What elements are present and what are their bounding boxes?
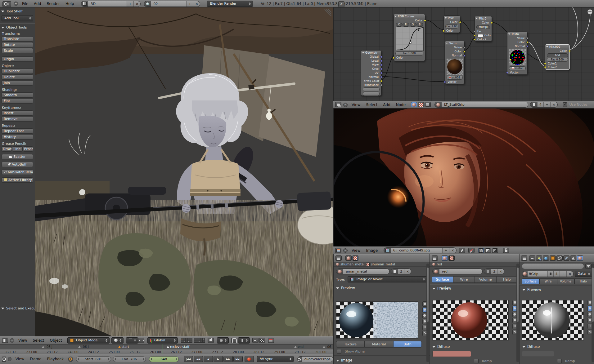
repeat-last-button[interactable]: Repeat Last (2, 128, 33, 134)
delete-button[interactable]: Delete (2, 74, 33, 80)
texture-type-dropdown[interactable]: Image or Movie (348, 276, 427, 282)
frame-menu[interactable]: Frame (27, 357, 44, 361)
socket-color[interactable] (526, 41, 529, 43)
orientation-dropdown[interactable]: Global (147, 337, 178, 344)
scene-selector[interactable]: 02 + × (144, 1, 200, 7)
preview-texture-tab[interactable]: Texture (336, 341, 365, 348)
fac-slider[interactable]: Fac 1.00 (445, 24, 458, 29)
editor-type-node-icon[interactable] (335, 102, 341, 107)
socket-vector[interactable] (380, 56, 382, 58)
image-menu[interactable]: Image (363, 248, 380, 253)
jump-to-start-button[interactable]: |◀◀ (184, 356, 193, 362)
rotate-button[interactable]: Rotate (2, 42, 33, 47)
menu-add[interactable]: Add (31, 2, 44, 6)
shader-nodes-toggle-icon[interactable] (411, 102, 417, 107)
translate-button[interactable]: Translate (2, 36, 33, 42)
halo-tab[interactable]: Halo (496, 276, 518, 283)
socket-vector[interactable] (463, 55, 466, 57)
filter-funnel-icon[interactable] (585, 264, 592, 269)
render-opengl-icon[interactable] (252, 338, 259, 343)
preview-panel-header[interactable]: Preview (520, 286, 594, 293)
show-alpha-checkbox[interactable] (337, 349, 341, 354)
socket-vector[interactable] (506, 72, 508, 74)
layers-grid-1[interactable] (181, 338, 192, 343)
unlink-button[interactable]: × (566, 271, 573, 277)
compositing-nodes-toggle-icon[interactable] (425, 102, 431, 107)
playhead[interactable] (163, 344, 163, 354)
join-button[interactable]: Join (2, 80, 33, 86)
collapse-icon[interactable]: − (8, 357, 11, 361)
snap-element-dropdown[interactable] (238, 337, 250, 344)
viewport-3d[interactable] (35, 7, 333, 336)
channel-r-button[interactable]: R (403, 23, 409, 27)
socket-color[interactable] (474, 34, 476, 37)
socket-vector[interactable] (380, 68, 382, 70)
smooth-button[interactable]: Smooth (2, 92, 33, 98)
material-tab-icon[interactable] (345, 255, 352, 261)
surface-tab[interactable]: Surface (432, 276, 453, 283)
add-tool-dropdown[interactable]: Add Tool (2, 15, 33, 21)
jump-to-end-button[interactable]: ▶▶| (233, 356, 243, 362)
draw-channels-color-alpha-icon[interactable] (478, 248, 484, 253)
socket-color[interactable] (463, 51, 466, 53)
render-engine-select[interactable]: Blender Render (207, 1, 253, 7)
socket-color[interactable] (544, 63, 546, 65)
material-datablock-group[interactable]: red (432, 269, 483, 274)
collapse-icon[interactable]: − (343, 248, 348, 253)
marker[interactable]: -06 J (42, 345, 52, 348)
pin-icon[interactable] (459, 248, 465, 253)
manipulator-toggle-icon[interactable] (138, 338, 144, 343)
remove-keyframe-button[interactable]: Remove (2, 116, 33, 122)
scene-name[interactable]: 02 (151, 1, 186, 7)
channel-g-button[interactable]: G (410, 23, 416, 27)
add-button[interactable]: + (560, 271, 566, 277)
end-frame-field[interactable]: End: 706 (113, 356, 146, 362)
play-reverse-button[interactable]: ◀ (204, 356, 213, 362)
scene-tab-icon[interactable] (536, 255, 542, 261)
unlink-button[interactable]: × (497, 269, 504, 274)
socket-color[interactable] (544, 66, 546, 68)
record-button[interactable] (245, 356, 254, 362)
viewport-shading-dropdown[interactable] (111, 337, 124, 344)
unlink-button[interactable]: × (404, 269, 411, 274)
texture-datablock[interactable]: al.001 (447, 76, 463, 80)
sequencer-strip-icon[interactable] (268, 338, 274, 343)
gp-line-button[interactable]: Line (12, 146, 22, 152)
socket-color[interactable] (491, 22, 493, 24)
av-sync-dropdown[interactable]: AV-sync (257, 356, 294, 362)
lock-to-scene-icon[interactable] (208, 338, 214, 343)
autobuff-button[interactable]: AutoBuff (2, 162, 33, 167)
unlink-material-button[interactable]: × (550, 102, 557, 107)
object-tools-panel-header[interactable]: Object Tools (1, 25, 34, 29)
node-mix0[interactable]: Mix.0 Color Multipl Fac Colo Color2 (475, 16, 492, 42)
proportional-edit-dropdown[interactable] (217, 337, 229, 344)
blend-mode-dropdown[interactable]: Add (547, 53, 568, 57)
render-tab-icon[interactable] (529, 255, 535, 261)
image-name-field[interactable]: 6.j_comp_000649.jpg (391, 248, 442, 253)
node-title[interactable]: Inve (444, 16, 460, 20)
image-editor[interactable] (333, 109, 594, 246)
node-title[interactable]: Mix.002 (545, 45, 569, 49)
node-title[interactable]: Mix.0 (475, 16, 492, 21)
texture-users-group[interactable]: 2 × (391, 269, 411, 274)
socket-vector[interactable] (444, 81, 446, 83)
halo-tab[interactable]: Halo (574, 278, 592, 284)
preview-panel-header[interactable]: Preview (334, 284, 430, 291)
start-frame-field[interactable]: Start: 601 (76, 356, 111, 362)
diffuse-panel-header[interactable]: Diffuse (430, 343, 452, 350)
node-rgb-curves[interactable]: RGB Curves Color C R G B Fac 1.000 Color (394, 14, 425, 61)
socket-vector[interactable] (380, 60, 382, 62)
material-tab-icon[interactable] (577, 255, 583, 261)
socket-vector[interactable] (380, 76, 382, 78)
material-name-field[interactable]: red (439, 269, 482, 274)
socket-color[interactable] (380, 80, 382, 82)
view-menu[interactable]: View (349, 248, 363, 253)
fac-slider[interactable]: Fac 0.100 (547, 58, 568, 62)
user-count[interactable]: 2 (398, 269, 404, 274)
history-button[interactable]: History... (2, 134, 33, 140)
socket-color[interactable] (459, 21, 461, 23)
time-toggle-icon[interactable] (68, 357, 73, 362)
select-execute-panel-header[interactable]: Select and Execu (1, 306, 36, 310)
socket-color[interactable] (474, 38, 476, 41)
scrollbar[interactable] (516, 264, 519, 362)
